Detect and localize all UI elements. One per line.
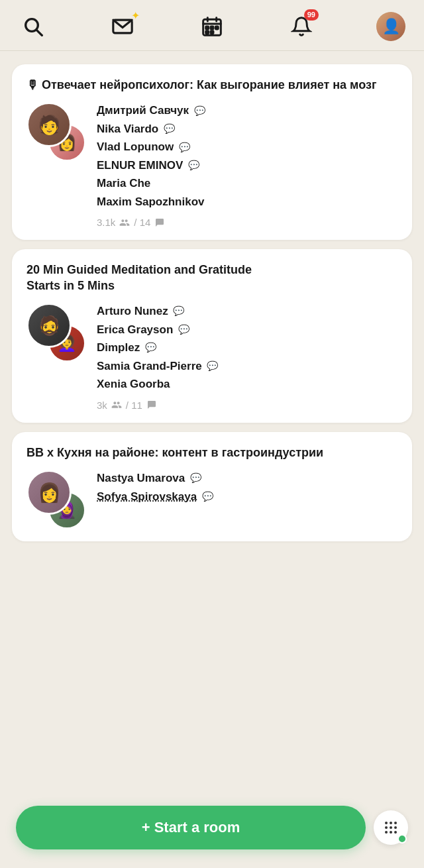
speaker-item: Vlad Lopunow 💬 — [97, 138, 398, 156]
speaker-item: Dimplez 💬 — [97, 339, 398, 356]
speaking-indicator: 💬 — [201, 490, 214, 503]
envelope-star: ✦ — [131, 9, 140, 22]
envelope-button[interactable]: ✦ — [108, 12, 137, 41]
room-body-2: 🧔 👩‍🦱 Arturo Nunez 💬 Erica Grayson 💬 Dim… — [26, 303, 398, 411]
rooms-list: 🎙 Отвечает нейропсихолог: Как выгорание … — [0, 59, 424, 547]
svg-rect-11 — [211, 31, 213, 34]
speaking-indicator: 💬 — [172, 305, 186, 318]
svg-point-16 — [390, 826, 392, 829]
speaker-item: Arturo Nunez 💬 — [97, 303, 398, 320]
svg-line-1 — [36, 30, 42, 35]
speaking-indicator: 💬 — [177, 323, 190, 336]
speaker-item: Erica Grayson 💬 — [97, 321, 398, 339]
avatar-speaker-2a: 🧔 — [26, 303, 72, 348]
speaking-indicator: 💬 — [144, 341, 157, 354]
svg-rect-7 — [206, 27, 209, 29]
header-divider — [0, 50, 424, 51]
svg-point-19 — [390, 831, 392, 834]
start-room-button[interactable]: + Start a room — [16, 806, 366, 849]
svg-point-15 — [385, 826, 388, 829]
room-avatars-1: 🧑 👩 — [26, 102, 86, 162]
speaker-item: Nastya Umarova 💬 — [97, 470, 398, 487]
speaking-indicator: 💬 — [206, 359, 219, 372]
speaker-item: Maxim Sapozhnikov — [97, 193, 398, 211]
speakers-list-1: Дмитрий Савчук 💬 Nika Viardo 💬 Vlad Lopu… — [97, 102, 398, 228]
avatar-speaker-1a: 🧑 — [26, 102, 72, 147]
room-stats-1: 3.1k / 14 — [97, 217, 398, 228]
speaking-indicator: 💬 — [193, 104, 206, 117]
speakers-list-2: Arturo Nunez 💬 Erica Grayson 💬 Dimplez 💬… — [97, 303, 398, 411]
room-avatars-3: 👩 🧕 — [26, 470, 86, 529]
speaking-indicator: 💬 — [162, 123, 176, 136]
svg-rect-10 — [206, 31, 209, 34]
speaker-item: Sofya Spirovskaya 💬 — [97, 488, 398, 506]
room-card-3[interactable]: ВВ х Кухня на районе: контент в гастроин… — [12, 432, 412, 541]
speaker-item: ELNUR EMINOV 💬 — [97, 157, 398, 174]
svg-point-14 — [394, 822, 397, 824]
speaker-item: Дмитрий Савчук 💬 — [97, 102, 398, 119]
svg-point-13 — [390, 822, 392, 824]
room-title-2: 20 Min Guided Meditation and GratitudeSt… — [26, 262, 398, 294]
room-body-3: 👩 🧕 Nastya Umarova 💬 Sofya Spirovskaya 💬 — [26, 470, 398, 529]
speaker-item: Samia Grand-Pierre 💬 — [97, 358, 398, 375]
speaker-item: Maria Che — [97, 175, 398, 192]
header: ✦ 99 👤 — [0, 0, 424, 50]
room-stats-2: 3k / 11 — [97, 400, 398, 411]
svg-point-20 — [394, 831, 397, 834]
room-title-1: 🎙 Отвечает нейропсихолог: Как выгорание … — [26, 78, 398, 93]
profile-avatar[interactable]: 👤 — [376, 12, 405, 41]
calendar-button[interactable] — [197, 12, 227, 41]
avatar-speaker-3a: 👩 — [26, 470, 72, 515]
svg-point-18 — [385, 831, 388, 834]
room-title-3: ВВ х Кухня на районе: контент в гастроин… — [26, 445, 398, 461]
room-body-1: 🧑 👩 Дмитрий Савчук 💬 Nika Viardo 💬 Vlad … — [26, 102, 398, 228]
svg-point-12 — [385, 822, 388, 824]
speaking-indicator: 💬 — [178, 140, 191, 154]
speaking-indicator: 💬 — [189, 472, 202, 485]
grid-menu-button[interactable] — [374, 810, 408, 845]
room-card-2[interactable]: 20 Min Guided Meditation and GratitudeSt… — [12, 249, 412, 422]
svg-point-17 — [394, 826, 397, 829]
svg-rect-9 — [215, 27, 218, 29]
speaking-indicator: 💬 — [187, 159, 200, 172]
speaker-item: Nika Viardo 💬 — [97, 121, 398, 138]
speakers-list-3: Nastya Umarova 💬 Sofya Spirovskaya 💬 — [97, 470, 398, 529]
speaker-item: Xenia Goorba — [97, 376, 398, 393]
active-indicator — [398, 834, 407, 843]
svg-rect-8 — [211, 27, 213, 29]
room-card-1[interactable]: 🎙 Отвечает нейропсихолог: Как выгорание … — [12, 64, 412, 240]
bottom-bar: + Start a room — [0, 795, 424, 868]
search-button[interactable] — [19, 12, 48, 41]
notification-count: 99 — [304, 9, 319, 21]
room-avatars-2: 🧔 👩‍🦱 — [26, 303, 86, 362]
notifications-button[interactable]: 99 — [287, 12, 316, 41]
